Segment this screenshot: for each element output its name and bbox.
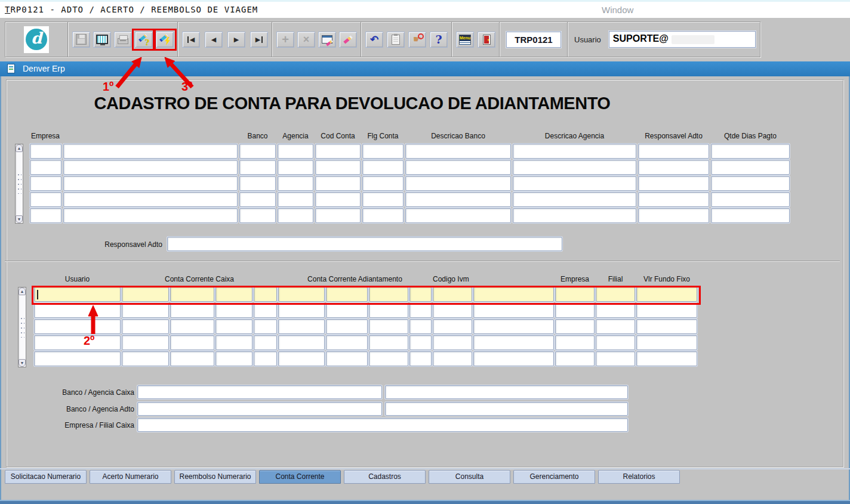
grid-cell[interactable] [369,335,408,350]
usuario-field[interactable]: SUPORTE@ [609,31,756,48]
grid-cell[interactable] [326,319,368,334]
grid-cell[interactable] [473,303,554,318]
grid-cell[interactable] [555,287,595,302]
grid-cell[interactable] [513,176,636,191]
edit-field-button[interactable] [339,32,357,48]
edit-record-button[interactable] [318,32,336,48]
grid-cell[interactable] [278,303,325,318]
grid-cell[interactable] [254,335,277,350]
previous-record-button[interactable]: ◀ [205,32,223,48]
agencia-caixa-field[interactable] [385,385,628,399]
grid-cell[interactable] [326,303,368,318]
grid-cell[interactable] [555,303,595,318]
grid-cell[interactable] [409,319,432,334]
grid-cell[interactable] [636,335,697,350]
tab-reembolso-numerario[interactable]: Reembolso Numerario [174,470,256,484]
display-button[interactable] [93,32,111,48]
grid-cell[interactable] [239,192,276,207]
grid-cell[interactable] [215,351,252,366]
grid-cell[interactable] [315,176,361,191]
grid-cell[interactable] [362,192,404,207]
grid-cell[interactable] [409,287,432,302]
grid-cell[interactable] [34,335,121,350]
grid-cell[interactable] [278,144,313,159]
clipboard-button[interactable] [387,32,405,48]
grid-cell[interactable] [409,335,432,350]
grid-cell[interactable] [63,176,238,191]
insert-record-button[interactable]: + [276,32,294,48]
grid-cell[interactable] [215,319,252,334]
grid-cell[interactable] [369,287,408,302]
enter-query-button[interactable]: ? [135,32,153,48]
tab-solicitacao-numerario[interactable]: Solicitacao Numerario [5,470,87,484]
grid-cell[interactable] [596,335,635,350]
grid-cell[interactable] [278,192,313,207]
grid-cell[interactable] [433,351,472,366]
grid-cell[interactable] [433,287,472,302]
grid-cell[interactable] [636,287,697,302]
agencia-adto-field[interactable] [385,402,628,416]
grid-cell[interactable] [239,176,276,191]
grid-cell[interactable] [711,176,790,191]
grid-cell[interactable] [473,319,554,334]
grid-cell[interactable] [215,287,252,302]
help-button[interactable]: ? [430,32,448,48]
grid-cell[interactable] [362,160,404,175]
next-record-button[interactable]: ▶ [227,32,245,48]
grid-cell[interactable] [513,192,636,207]
grid-cell[interactable] [555,319,595,334]
grid-cell[interactable] [555,335,595,350]
grid-cell[interactable] [636,351,697,366]
accounts-grid-scrollbar[interactable]: ▲ ▼ [15,144,23,224]
grid-cell[interactable] [170,335,214,350]
grid-cell[interactable] [278,160,313,175]
last-record-button[interactable]: ▶ [250,32,268,48]
grid-cell[interactable] [122,351,169,366]
grid-cell[interactable] [473,287,554,302]
grid-cell[interactable] [315,208,361,223]
grid-cell[interactable] [239,208,276,223]
grid-cell[interactable] [369,319,408,334]
grid-cell[interactable] [405,176,511,191]
tab-acerto-numerario[interactable]: Acerto Numerario [90,470,171,484]
scrollbar-track[interactable] [20,317,24,338]
grid-cell[interactable] [326,287,368,302]
grid-cell[interactable] [638,208,709,223]
delete-record-button[interactable]: × [297,32,315,48]
grid-cell[interactable] [34,303,121,318]
scrollbar-track[interactable] [17,174,21,194]
grid-cell[interactable] [278,319,325,334]
grid-cell[interactable] [596,287,635,302]
grid-cell[interactable] [170,319,214,334]
grid-cell[interactable] [513,144,636,159]
grid-cell[interactable] [30,160,61,175]
tab-consulta[interactable]: Consulta [429,470,510,484]
users-grid-scrollbar[interactable]: ▲ ▼ [18,287,26,367]
grid-cell[interactable] [278,176,313,191]
grid-cell[interactable] [638,160,709,175]
grid-cell[interactable] [278,208,313,223]
grid-cell[interactable] [405,160,511,175]
grid-cell[interactable] [254,319,277,334]
grid-cell[interactable] [278,335,325,350]
grid-cell[interactable] [596,351,635,366]
grid-cell[interactable] [34,319,121,334]
grid-cell[interactable] [636,303,697,318]
banco-caixa-field[interactable] [137,385,382,399]
grid-cell[interactable] [315,192,361,207]
grid-cell[interactable] [254,351,277,366]
grid-cell[interactable] [122,287,169,302]
grid-cell[interactable] [30,208,61,223]
grid-cell[interactable] [433,303,472,318]
grid-cell[interactable] [34,351,121,366]
grid-cell[interactable] [239,144,276,159]
grid-cell[interactable] [278,287,325,302]
grid-cell[interactable] [596,303,635,318]
grid-cell[interactable] [433,335,472,350]
empresa-filial-caixa-field[interactable] [137,418,628,432]
tab-conta-corrente[interactable]: Conta Corrente [259,470,341,484]
grid-cell[interactable] [63,144,238,159]
banco-adto-field[interactable] [137,402,382,416]
grid-cell[interactable] [254,303,277,318]
grid-cell[interactable] [711,192,790,207]
